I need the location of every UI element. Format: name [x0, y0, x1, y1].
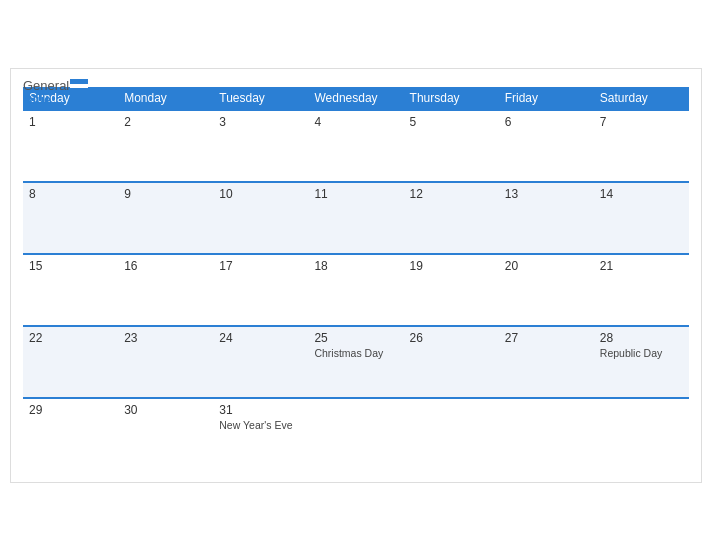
- week-row-5: 293031New Year's Eve: [23, 398, 689, 470]
- day-number: 30: [124, 403, 207, 417]
- day-number: 20: [505, 259, 588, 273]
- calendar-day: 6: [499, 110, 594, 182]
- calendar-day: [499, 398, 594, 470]
- calendar-day: 12: [404, 182, 499, 254]
- calendar-day: 15: [23, 254, 118, 326]
- calendar-day: 17: [213, 254, 308, 326]
- weekday-header-thursday: Thursday: [404, 87, 499, 110]
- calendar-day: 1: [23, 110, 118, 182]
- week-row-1: 1234567: [23, 110, 689, 182]
- calendar-day: 28Republic Day: [594, 326, 689, 398]
- calendar-day: 24: [213, 326, 308, 398]
- day-number: 28: [600, 331, 683, 345]
- calendar-day: [308, 398, 403, 470]
- weekday-header-wednesday: Wednesday: [308, 87, 403, 110]
- day-number: 24: [219, 331, 302, 345]
- day-number: 29: [29, 403, 112, 417]
- day-number: 18: [314, 259, 397, 273]
- holiday-name: Republic Day: [600, 347, 683, 359]
- svg-rect-1: [70, 84, 88, 88]
- weekday-header-saturday: Saturday: [594, 87, 689, 110]
- day-number: 3: [219, 115, 302, 129]
- day-number: 13: [505, 187, 588, 201]
- day-number: 31: [219, 403, 302, 417]
- svg-rect-0: [70, 79, 88, 84]
- logo: General Blue: [23, 79, 88, 107]
- day-number: 12: [410, 187, 493, 201]
- holiday-name: Christmas Day: [314, 347, 397, 359]
- day-number: 10: [219, 187, 302, 201]
- calendar-day: 2: [118, 110, 213, 182]
- calendar-day: 7: [594, 110, 689, 182]
- day-number: 19: [410, 259, 493, 273]
- calendar-day: 23: [118, 326, 213, 398]
- calendar-day: 5: [404, 110, 499, 182]
- day-number: 5: [410, 115, 493, 129]
- holiday-name: New Year's Eve: [219, 419, 302, 431]
- calendar-day: 27: [499, 326, 594, 398]
- calendar-day: 18: [308, 254, 403, 326]
- weekday-header-row: SundayMondayTuesdayWednesdayThursdayFrid…: [23, 87, 689, 110]
- calendar-day: 29: [23, 398, 118, 470]
- calendar-day: 22: [23, 326, 118, 398]
- day-number: 7: [600, 115, 683, 129]
- day-number: 15: [29, 259, 112, 273]
- calendar-day: 9: [118, 182, 213, 254]
- calendar-day: 30: [118, 398, 213, 470]
- calendar-day: 20: [499, 254, 594, 326]
- day-number: 26: [410, 331, 493, 345]
- calendar-day: 4: [308, 110, 403, 182]
- day-number: 8: [29, 187, 112, 201]
- day-number: 4: [314, 115, 397, 129]
- day-number: 14: [600, 187, 683, 201]
- calendar-day: 31New Year's Eve: [213, 398, 308, 470]
- calendar-day: 10: [213, 182, 308, 254]
- calendar-day: 11: [308, 182, 403, 254]
- logo-blue-text: Blue: [23, 93, 88, 106]
- calendar-day: 26: [404, 326, 499, 398]
- calendar-day: 8: [23, 182, 118, 254]
- week-row-2: 891011121314: [23, 182, 689, 254]
- calendar-grid: SundayMondayTuesdayWednesdayThursdayFrid…: [23, 87, 689, 470]
- weekday-header-tuesday: Tuesday: [213, 87, 308, 110]
- day-number: 21: [600, 259, 683, 273]
- day-number: 6: [505, 115, 588, 129]
- calendar-day: 16: [118, 254, 213, 326]
- calendar-day: 14: [594, 182, 689, 254]
- calendar-day: 13: [499, 182, 594, 254]
- calendar-day: 19: [404, 254, 499, 326]
- day-number: 27: [505, 331, 588, 345]
- day-number: 25: [314, 331, 397, 345]
- day-number: 1: [29, 115, 112, 129]
- week-row-4: 22232425Christmas Day262728Republic Day: [23, 326, 689, 398]
- day-number: 23: [124, 331, 207, 345]
- weekday-header-monday: Monday: [118, 87, 213, 110]
- logo-general-text: General: [23, 79, 88, 94]
- day-number: 11: [314, 187, 397, 201]
- day-number: 22: [29, 331, 112, 345]
- weekday-header-friday: Friday: [499, 87, 594, 110]
- day-number: 9: [124, 187, 207, 201]
- calendar-day: 25Christmas Day: [308, 326, 403, 398]
- day-number: 17: [219, 259, 302, 273]
- week-row-3: 15161718192021: [23, 254, 689, 326]
- calendar-day: 21: [594, 254, 689, 326]
- day-number: 2: [124, 115, 207, 129]
- day-number: 16: [124, 259, 207, 273]
- calendar-container: General Blue SundayMondayTuesdayWednesda…: [10, 68, 702, 483]
- calendar-day: [594, 398, 689, 470]
- calendar-day: [404, 398, 499, 470]
- calendar-day: 3: [213, 110, 308, 182]
